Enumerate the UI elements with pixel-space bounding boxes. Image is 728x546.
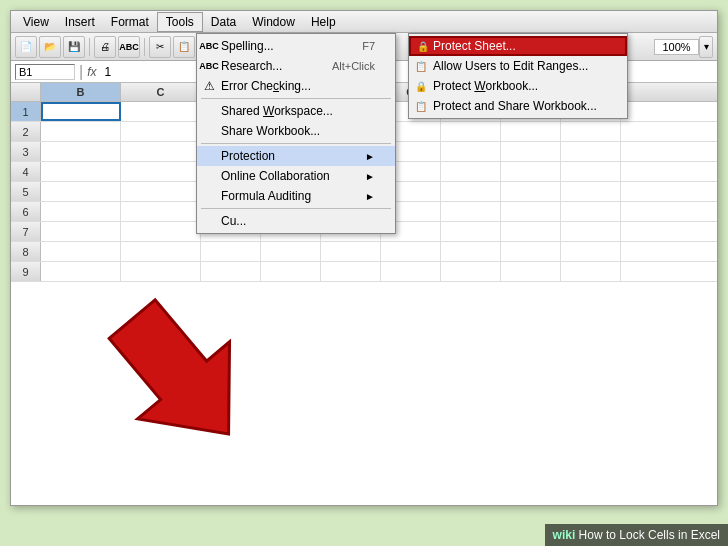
cell-b7[interactable] [41, 222, 121, 241]
cell-j7[interactable] [561, 222, 621, 241]
cell-j8[interactable] [561, 242, 621, 261]
toolbar-separator-1 [89, 38, 90, 56]
cell-b6[interactable] [41, 202, 121, 221]
menu-data[interactable]: Data [203, 13, 244, 31]
protect-share-icon: 📋 [411, 101, 431, 112]
menu-help[interactable]: Help [303, 13, 344, 31]
spelling-shortcut: F7 [332, 40, 375, 52]
protect-sheet-label: Protect Sheet... [433, 39, 516, 53]
cell-h6[interactable] [441, 202, 501, 221]
cell-j9[interactable] [561, 262, 621, 281]
cell-j3[interactable] [561, 142, 621, 161]
cell-c7[interactable] [121, 222, 201, 241]
cell-e8[interactable] [261, 242, 321, 261]
row-num-8: 8 [11, 242, 41, 261]
new-button[interactable]: 📄 [15, 36, 37, 58]
cell-i9[interactable] [501, 262, 561, 281]
cell-b9[interactable] [41, 262, 121, 281]
menu-allow-users[interactable]: 📋 Allow Users to Edit Ranges... [409, 56, 627, 76]
menu-protect-workbook[interactable]: 🔒 Protect Workbook... [409, 76, 627, 96]
customize-label: Cu... [221, 214, 246, 228]
open-button[interactable]: 📂 [39, 36, 61, 58]
cell-d9[interactable] [201, 262, 261, 281]
cell-h8[interactable] [441, 242, 501, 261]
menu-research[interactable]: ABC Research... Alt+Click [197, 56, 395, 76]
cell-h9[interactable] [441, 262, 501, 281]
row-num-3: 3 [11, 142, 41, 161]
menu-spelling[interactable]: ABC Spelling... F7 [197, 36, 395, 56]
cell-e9[interactable] [261, 262, 321, 281]
cut-button[interactable]: ✂ [149, 36, 171, 58]
cell-c1[interactable] [121, 102, 201, 121]
cell-h5[interactable] [441, 182, 501, 201]
wiki-text: wiki [553, 528, 576, 542]
cell-i4[interactable] [501, 162, 561, 181]
cell-i3[interactable] [501, 142, 561, 161]
cell-j6[interactable] [561, 202, 621, 221]
cell-j5[interactable] [561, 182, 621, 201]
wikihow-watermark: wiki How to Lock Cells in Excel [545, 524, 728, 546]
cell-b5[interactable] [41, 182, 121, 201]
cell-c4[interactable] [121, 162, 201, 181]
col-header-b[interactable]: B [41, 83, 121, 101]
menu-share-workbook[interactable]: Share Workbook... [197, 121, 395, 141]
cell-c8[interactable] [121, 242, 201, 261]
save-button[interactable]: 💾 [63, 36, 85, 58]
menu-format[interactable]: Format [103, 13, 157, 31]
cell-b8[interactable] [41, 242, 121, 261]
cell-h3[interactable] [441, 142, 501, 161]
corner-header [11, 83, 41, 101]
cell-b2[interactable] [41, 122, 121, 141]
cell-i8[interactable] [501, 242, 561, 261]
cell-g8[interactable] [381, 242, 441, 261]
cell-g9[interactable] [381, 262, 441, 281]
menu-shared-workspace[interactable]: Shared Workspace... [197, 101, 395, 121]
menu-tools[interactable]: Tools [157, 12, 203, 32]
col-header-c[interactable]: C [121, 83, 201, 101]
menu-view[interactable]: View [15, 13, 57, 31]
menu-insert[interactable]: Insert [57, 13, 103, 31]
menu-error-checking[interactable]: ⚠ Error Checking... [197, 76, 395, 96]
cell-j2[interactable] [561, 122, 621, 141]
cell-c5[interactable] [121, 182, 201, 201]
research-icon: ABC [199, 61, 219, 71]
spell-button[interactable]: ABC [118, 36, 140, 58]
cell-i5[interactable] [501, 182, 561, 201]
menu-formula-auditing[interactable]: Formula Auditing ► [197, 186, 395, 206]
protect-share-label: Protect and Share Workbook... [433, 99, 597, 113]
cell-f8[interactable] [321, 242, 381, 261]
menu-window[interactable]: Window [244, 13, 303, 31]
cell-i7[interactable] [501, 222, 561, 241]
how-text: How to Lock Cells in Excel [575, 528, 720, 542]
menu-separator-2 [201, 143, 391, 144]
table-row: 8 [11, 242, 717, 262]
cell-c2[interactable] [121, 122, 201, 141]
menu-protect-share-workbook[interactable]: 📋 Protect and Share Workbook... [409, 96, 627, 116]
menu-protection[interactable]: Protection ► [197, 146, 395, 166]
cell-b1[interactable] [41, 102, 121, 121]
allow-users-label: Allow Users to Edit Ranges... [433, 59, 588, 73]
cell-b4[interactable] [41, 162, 121, 181]
cell-d8[interactable] [201, 242, 261, 261]
cell-c9[interactable] [121, 262, 201, 281]
cell-b3[interactable] [41, 142, 121, 161]
cell-c6[interactable] [121, 202, 201, 221]
cell-j4[interactable] [561, 162, 621, 181]
cell-c3[interactable] [121, 142, 201, 161]
menu-customize[interactable]: Cu... [197, 211, 395, 231]
print-button[interactable]: 🖨 [94, 36, 116, 58]
menu-protect-sheet[interactable]: 🔒 Protect Sheet... [409, 36, 627, 56]
zoom-dropdown[interactable]: ▾ [699, 36, 713, 58]
copy-button[interactable]: 📋 [173, 36, 195, 58]
protection-label: Protection [221, 149, 275, 163]
cell-h4[interactable] [441, 162, 501, 181]
error-checking-icon: ⚠ [199, 79, 219, 93]
cell-i6[interactable] [501, 202, 561, 221]
menu-online-collaboration[interactable]: Online Collaboration ► [197, 166, 395, 186]
cell-f9[interactable] [321, 262, 381, 281]
cell-h2[interactable] [441, 122, 501, 141]
zoom-value[interactable]: 100% [654, 39, 699, 55]
cell-i2[interactable] [501, 122, 561, 141]
name-box[interactable]: B1 [15, 64, 75, 80]
cell-h7[interactable] [441, 222, 501, 241]
